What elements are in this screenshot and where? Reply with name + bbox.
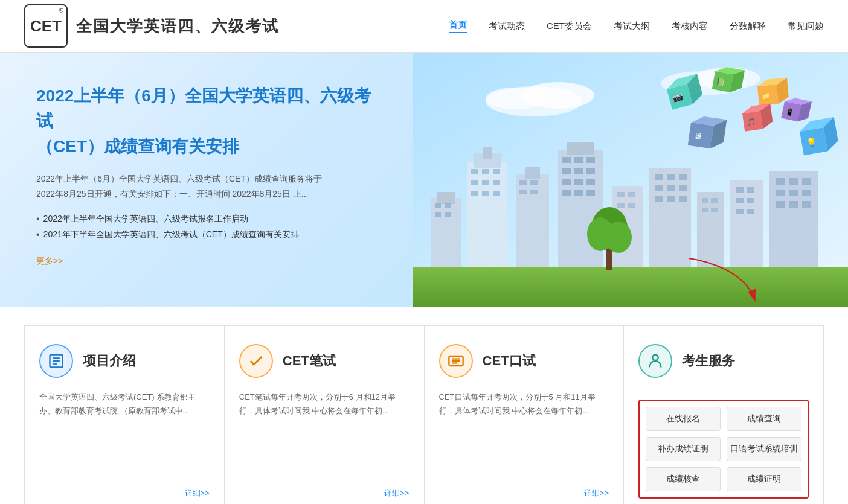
svg-rect-73: [789, 178, 798, 185]
card-oral: CET口试 CET口试每年开考两次，分别于5 月和11月举行，具体考试时间我 中…: [425, 325, 625, 504]
card-intro: 项目介绍 全国大学英语四、六级考试(CET) 系教育部主办、教育部教育考试院 （…: [24, 325, 225, 504]
svg-rect-15: [471, 169, 478, 174]
svg-text:🎵: 🎵: [746, 116, 756, 127]
btn-score-cert[interactable]: 成绩证明: [727, 467, 801, 491]
svg-rect-52: [679, 174, 687, 180]
svg-rect-77: [802, 190, 811, 196]
svg-rect-42: [574, 190, 583, 196]
svg-rect-22: [482, 191, 489, 196]
nav-item-syllabus[interactable]: 考试大纲: [614, 21, 650, 32]
hero-list-item[interactable]: 2022年上半年全国大学英语四、六级考试报名工作启动: [36, 214, 374, 225]
svg-rect-59: [697, 192, 724, 276]
svg-rect-37: [586, 168, 595, 174]
svg-rect-16: [482, 169, 489, 174]
card-oral-link[interactable]: 详细>>: [439, 488, 609, 499]
btn-score-query[interactable]: 成绩查询: [727, 407, 801, 431]
card-oral-body: CET口试每年开考两次，分别于5 月和11月举行，具体考试时间我 中心将会在每年…: [439, 390, 609, 482]
card-written-body: CET笔试每年开考两次，分别于6 月和12月举行，具体考试时间我 中心将会在每年…: [239, 390, 410, 482]
svg-rect-6: [431, 198, 461, 276]
svg-rect-17: [493, 169, 500, 174]
svg-rect-71: [769, 171, 818, 276]
header: CET ® 全国大学英语四、六级考试 首页 考试动态 CET委员会 考试大纲 考…: [0, 0, 848, 53]
svg-rect-43: [586, 190, 595, 196]
svg-rect-11: [445, 212, 451, 217]
svg-rect-58: [679, 196, 687, 202]
card-intro-link[interactable]: 详细>>: [39, 488, 210, 499]
svg-rect-35: [562, 168, 571, 174]
main-nav: 首页 考试动态 CET委员会 考试大纲 考核内容 分数解释 常见问题: [449, 19, 824, 33]
svg-rect-62: [702, 208, 708, 212]
btn-cert-reissue[interactable]: 补办成绩证明: [646, 437, 721, 461]
svg-rect-21: [471, 191, 478, 196]
registered-symbol: ®: [59, 7, 63, 14]
svg-rect-81: [413, 267, 848, 307]
svg-rect-51: [667, 174, 675, 180]
svg-rect-34: [586, 157, 595, 163]
nav-item-content[interactable]: 考核内容: [672, 21, 708, 32]
hero-desc: 2022年上半年（6月）全国大学英语四、六级考试（CET）成绩查询服务将于202…: [36, 171, 374, 202]
card-intro-header: 项目介绍: [39, 344, 210, 378]
btn-score-verify[interactable]: 成绩核查: [646, 467, 721, 491]
svg-rect-54: [667, 185, 675, 191]
svg-rect-29: [530, 190, 538, 194]
card-oral-header: CET口试: [439, 344, 609, 378]
svg-text:📗: 📗: [716, 77, 726, 87]
svg-rect-20: [493, 180, 500, 185]
service-buttons-grid: 在线报名 成绩查询 补办成绩证明 口语考试系统培训 成绩核查 成绩证明: [638, 400, 809, 499]
svg-text:📁: 📁: [761, 91, 771, 100]
svg-rect-28: [519, 190, 527, 194]
svg-rect-8: [435, 203, 441, 208]
hero-content: 2022上半年（6月）全国大学英语四、六级考试（CET）成绩查询有关安排 202…: [0, 53, 411, 307]
svg-point-123: [653, 355, 658, 360]
svg-rect-79: [789, 201, 798, 208]
nav-item-committee[interactable]: CET委员会: [547, 21, 592, 32]
svg-rect-26: [519, 180, 527, 185]
card-intro-title: 项目介绍: [83, 352, 136, 370]
svg-rect-47: [617, 203, 625, 208]
svg-rect-60: [702, 198, 708, 203]
svg-rect-55: [679, 185, 687, 191]
hero-section: 2022上半年（6月）全国大学英语四、六级考试（CET）成绩查询有关安排 202…: [0, 53, 848, 307]
svg-rect-53: [655, 185, 663, 191]
svg-rect-49: [649, 168, 691, 276]
svg-rect-76: [789, 190, 798, 196]
nav-item-news[interactable]: 考试动态: [489, 21, 525, 32]
intro-icon: [39, 344, 73, 378]
svg-rect-12: [467, 162, 507, 276]
site-title: 全国大学英语四、六级考试: [76, 16, 279, 37]
hero-list-item[interactable]: 2021年下半年全国大学英语四、六级考试（CET）成绩查询有关安排: [36, 229, 374, 240]
card-written-link[interactable]: 详细>>: [239, 488, 410, 499]
nav-item-score[interactable]: 分数解释: [730, 21, 766, 32]
svg-rect-7: [437, 192, 455, 204]
service-icon: [638, 344, 672, 378]
card-written-header: CET笔试: [239, 344, 410, 378]
nav-item-faq[interactable]: 常见问题: [788, 21, 824, 32]
svg-point-3: [486, 88, 546, 109]
btn-online-register[interactable]: 在线报名: [646, 407, 721, 431]
svg-rect-65: [736, 187, 744, 193]
svg-rect-66: [747, 187, 754, 193]
svg-rect-19: [482, 180, 489, 185]
svg-rect-41: [562, 190, 571, 196]
svg-rect-40: [586, 179, 595, 185]
svg-rect-56: [655, 196, 663, 202]
svg-rect-45: [617, 192, 625, 197]
svg-rect-25: [525, 167, 540, 179]
svg-rect-72: [776, 178, 785, 185]
svg-rect-32: [562, 157, 571, 163]
nav-item-home[interactable]: 首页: [449, 19, 467, 33]
hero-list: 2022年上半年全国大学英语四、六级考试报名工作启动 2021年下半年全国大学英…: [36, 214, 374, 245]
card-intro-body: 全国大学英语四、六级考试(CET) 系教育部主办、教育部教育考试院 （原教育部考…: [39, 390, 210, 482]
written-icon: [239, 344, 273, 378]
svg-rect-9: [445, 203, 451, 208]
hero-title: 2022上半年（6月）全国大学英语四、六级考试（CET）成绩查询有关安排: [36, 83, 374, 159]
svg-rect-33: [574, 157, 583, 163]
hero-more-link[interactable]: 更多>>: [36, 256, 374, 267]
svg-rect-57: [667, 196, 675, 202]
oral-icon: [439, 344, 473, 378]
btn-oral-training[interactable]: 口语考试系统培训: [727, 437, 801, 461]
svg-rect-68: [747, 198, 754, 203]
logo-text: CET: [30, 17, 62, 36]
card-written-title: CET笔试: [283, 352, 336, 370]
svg-text:🖥: 🖥: [693, 130, 703, 141]
